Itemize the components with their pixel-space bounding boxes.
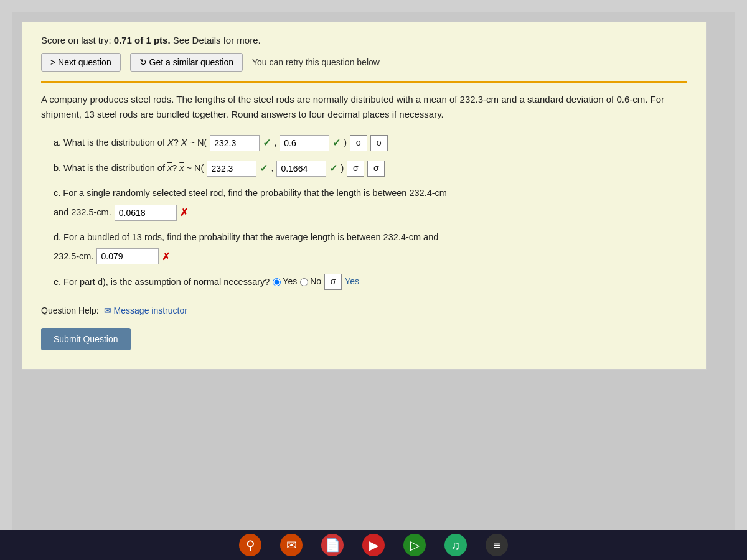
part-c-label: c. For a single randomly selected steel …	[54, 185, 447, 201]
part-a-input1[interactable]	[210, 135, 260, 151]
part-e-no-text: No	[310, 274, 321, 289]
question-help: Question Help: ✉ Message instructor	[41, 306, 687, 315]
part-b-input2[interactable]	[276, 161, 326, 177]
part-c: c. For a single randomly selected steel …	[54, 185, 687, 221]
file-taskbar-icon[interactable]: 📄	[321, 534, 344, 556]
envelope-icon: ✉	[104, 306, 111, 315]
part-a-input2[interactable]	[280, 135, 329, 151]
part-a-check2: ✓	[332, 134, 341, 151]
part-d: d. For a bundled of 13 rods, find the pr…	[54, 230, 687, 265]
action-bar: > Next question ↻ Get a similar question…	[41, 53, 687, 72]
music-taskbar-icon[interactable]: ♫	[444, 534, 467, 556]
help-label: Question Help:	[41, 306, 99, 315]
part-e-sigma[interactable]: σ	[324, 274, 342, 290]
part-a-check1: ✓	[263, 134, 271, 151]
search-taskbar-icon[interactable]: ⚲	[239, 534, 261, 556]
part-e-answer: Yes	[345, 274, 359, 289]
part-b: b. What is the distribution of x? x ~ N(…	[54, 160, 687, 177]
question-container: Score on last try: 0.71 of 1 pts. See De…	[22, 22, 707, 370]
taskbar: ⚲ ✉ 📄 ▶ ▷ ♫ ≡	[0, 530, 747, 560]
nav-taskbar-icon[interactable]: ≡	[486, 534, 508, 556]
part-c-x-icon: ✗	[180, 204, 188, 221]
get-similar-button[interactable]: ↻ Get a similar question	[130, 53, 243, 72]
part-b-paren: )	[341, 161, 344, 176]
part-a-comma: ,	[274, 135, 276, 151]
part-e-yes-label[interactable]: Yes	[273, 274, 297, 289]
part-e-label: e. For part d), is the assumption of nor…	[54, 274, 270, 290]
submit-button[interactable]: Submit Question	[41, 328, 131, 350]
part-b-input1[interactable]	[207, 161, 256, 177]
part-e-no-radio[interactable]	[300, 278, 308, 286]
part-d-input[interactable]	[96, 248, 159, 264]
part-e-no-label[interactable]: No	[300, 274, 321, 289]
message-label: Message instructor	[114, 306, 187, 315]
top-bar: Score on last try: 0.71 of 1 pts. See De…	[41, 35, 687, 83]
part-c-inline: c. For a single randomly selected steel …	[54, 185, 447, 201]
parts-container: a. What is the distribution of X? X ~ N(…	[41, 134, 687, 290]
mail-taskbar-icon[interactable]: ✉	[280, 534, 303, 556]
part-a: a. What is the distribution of X? X ~ N(…	[54, 134, 687, 151]
score-value: 0.71 of 1 pts.	[114, 35, 171, 45]
part-b-sigma1[interactable]: σ	[347, 161, 364, 177]
part-b-check1: ✓	[260, 160, 268, 177]
part-c-input-row: and 232.5-cm. ✗	[54, 204, 188, 221]
part-c-and-label: and 232.5-cm.	[54, 205, 111, 220]
part-e: e. For part d), is the assumption of nor…	[54, 274, 687, 290]
part-a-sigma1[interactable]: σ	[350, 135, 367, 151]
part-d-label: d. For a bundled of 13 rods, find the pr…	[54, 230, 438, 245]
part-b-check2: ✓	[329, 160, 337, 177]
part-b-sigma2[interactable]: σ	[367, 161, 385, 177]
part-b-label: b. What is the distribution of x? x ~ N(	[54, 161, 204, 176]
part-a-label: a. What is the distribution of X? X ~ N(	[54, 135, 207, 151]
part-d-x-icon: ✗	[162, 248, 170, 265]
part-c-input[interactable]	[115, 205, 177, 221]
part-e-yes-radio[interactable]	[273, 278, 281, 286]
part-d-input-row: 232.5-cm. ✗	[54, 248, 170, 265]
retry-text: You can retry this question below	[252, 57, 380, 67]
score-line: Score on last try: 0.71 of 1 pts. See De…	[41, 35, 687, 45]
score-label: Score on last try:	[41, 35, 111, 45]
next-question-button[interactable]: > Next question	[41, 53, 121, 72]
part-b-comma: ,	[271, 161, 273, 176]
part-d-cm-label: 232.5-cm.	[54, 249, 93, 264]
score-suffix: See Details for more.	[173, 35, 261, 45]
message-instructor-link[interactable]: ✉ Message instructor	[104, 306, 187, 315]
part-d-inline: d. For a bundled of 13 rods, find the pr…	[54, 230, 438, 245]
part-e-yes-text: Yes	[283, 274, 297, 289]
part-a-sigma2[interactable]: σ	[370, 135, 388, 151]
part-a-paren: )	[344, 135, 347, 151]
play-taskbar-icon[interactable]: ▷	[403, 534, 426, 556]
question-text: A company produces steel rods. The lengt…	[41, 92, 687, 122]
video-taskbar-icon[interactable]: ▶	[362, 534, 385, 556]
